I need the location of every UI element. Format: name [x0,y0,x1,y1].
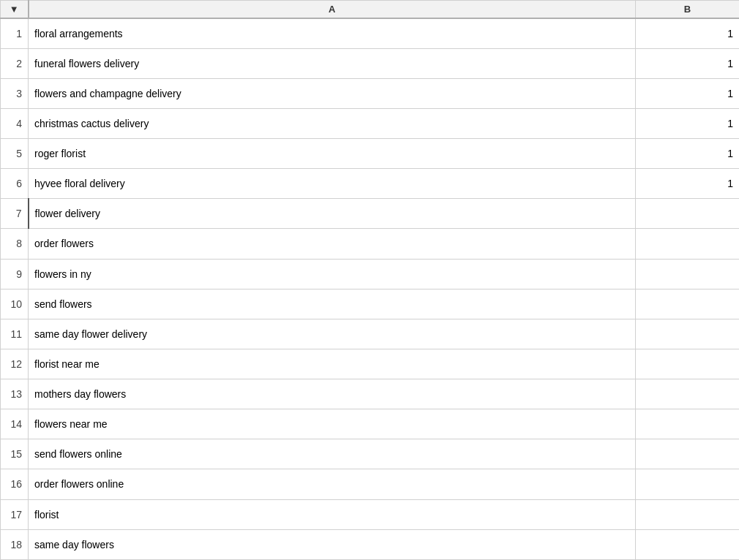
cell-b[interactable] [636,199,740,229]
spreadsheet-table: ▼ A B 1floral arrangements12funeral flow… [0,0,739,560]
cell-b[interactable]: 1 [636,48,740,78]
cell-b[interactable] [636,499,740,529]
cell-a[interactable]: flowers in ny [29,259,636,289]
table-row[interactable]: 13mothers day flowers [1,379,740,409]
table-row[interactable]: 14flowers near me [1,409,740,439]
table-row[interactable]: 16order flowers online [1,469,740,499]
row-number: 2 [1,48,29,78]
cell-b[interactable] [636,439,740,469]
cell-a[interactable]: roger florist [29,139,636,169]
cell-a[interactable]: florist [29,499,636,529]
cell-b[interactable]: 1 [636,18,740,48]
table-row[interactable]: 5roger florist1 [1,139,740,169]
cell-a[interactable]: floral arrangements [29,18,636,48]
cell-b[interactable]: 1 [636,108,740,138]
cell-a[interactable]: hyvee floral delivery [29,169,636,199]
row-number: 9 [1,259,29,289]
cell-a[interactable]: mothers day flowers [29,379,636,409]
row-number: 14 [1,409,29,439]
header-row: ▼ A B [1,1,740,19]
cell-b[interactable]: 1 [636,169,740,199]
cell-a[interactable]: same day flowers [29,529,636,559]
table-row[interactable]: 17florist [1,499,740,529]
cell-a[interactable]: send flowers [29,289,636,319]
row-number: 5 [1,139,29,169]
cell-b[interactable]: 1 [636,139,740,169]
corner-cell: ▼ [1,1,29,19]
table-row[interactable]: 12florist near me [1,349,740,379]
row-number: 16 [1,469,29,499]
row-number: 10 [1,289,29,319]
table-row[interactable]: 6hyvee floral delivery1 [1,169,740,199]
cell-a[interactable]: flowers near me [29,409,636,439]
row-number: 13 [1,379,29,409]
row-number: 4 [1,108,29,138]
row-number: 17 [1,499,29,529]
row-number: 3 [1,78,29,108]
table-row[interactable]: 15send flowers online [1,439,740,469]
cell-a[interactable]: send flowers online [29,439,636,469]
table-row[interactable]: 8order flowers [1,229,740,259]
row-number: 6 [1,169,29,199]
cell-a[interactable]: order flowers [29,229,636,259]
row-number: 8 [1,229,29,259]
table-row[interactable]: 11same day flower delivery [1,319,740,349]
cell-b[interactable] [636,229,740,259]
cell-a[interactable]: flower delivery [29,199,636,229]
column-b-header[interactable]: B [636,1,740,19]
cell-a[interactable]: flowers and champagne delivery [29,78,636,108]
row-number: 15 [1,439,29,469]
cell-b[interactable] [636,409,740,439]
row-number: 7 [1,199,29,229]
cell-a[interactable]: funeral flowers delivery [29,48,636,78]
table-row[interactable]: 4christmas cactus delivery1 [1,108,740,138]
row-number: 12 [1,349,29,379]
row-number: 1 [1,18,29,48]
table-row[interactable]: 7flower delivery [1,199,740,229]
cell-a[interactable]: florist near me [29,349,636,379]
cell-b[interactable] [636,529,740,559]
table-row[interactable]: 9flowers in ny [1,259,740,289]
cell-b[interactable]: 1 [636,78,740,108]
row-number: 18 [1,529,29,559]
cell-b[interactable] [636,349,740,379]
cell-b[interactable] [636,289,740,319]
cell-a[interactable]: order flowers online [29,469,636,499]
column-a-header[interactable]: A [29,1,636,19]
cell-a[interactable]: christmas cactus delivery [29,108,636,138]
table-row[interactable]: 18same day flowers [1,529,740,559]
cell-a[interactable]: same day flower delivery [29,319,636,349]
cell-b[interactable] [636,259,740,289]
cell-b[interactable] [636,379,740,409]
table-row[interactable]: 1floral arrangements1 [1,18,740,48]
table-row[interactable]: 10send flowers [1,289,740,319]
table-row[interactable]: 2funeral flowers delivery1 [1,48,740,78]
row-number: 11 [1,319,29,349]
table-row[interactable]: 3flowers and champagne delivery1 [1,78,740,108]
cell-b[interactable] [636,319,740,349]
cell-b[interactable] [636,469,740,499]
